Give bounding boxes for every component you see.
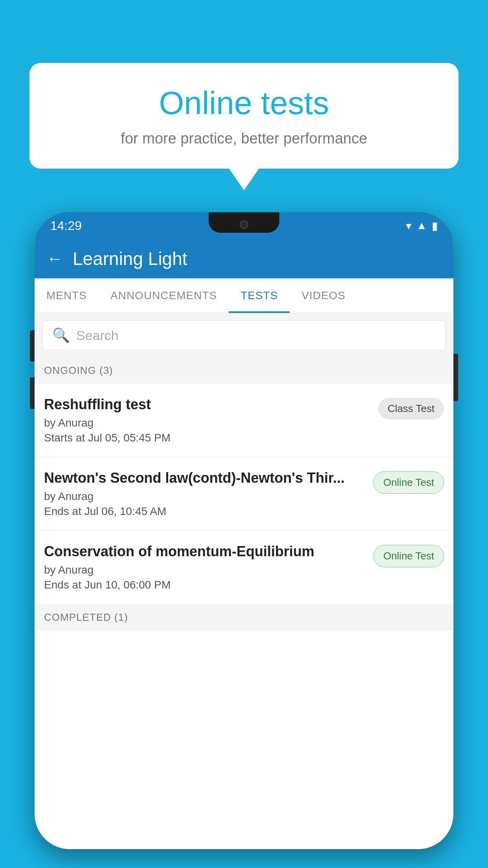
test-author-1: by Anurag (44, 417, 372, 429)
test-item-2[interactable]: Newton's Second law(contd)-Newton's Thir… (35, 457, 453, 531)
search-placeholder-text: Search (76, 328, 119, 343)
search-bar[interactable]: 🔍 Search (42, 320, 446, 350)
camera (240, 220, 248, 229)
phone-frame: 14:29 ▾ ▲ ▮ ← Learning Light MENTS ANNOU… (35, 212, 453, 849)
volume-down-button (30, 377, 35, 409)
status-icons: ▾ ▲ ▮ (406, 219, 438, 232)
tabs-bar: MENTS ANNOUNCEMENTS TESTS VIDEOS (35, 278, 453, 313)
bubble-title: Online tests (53, 85, 435, 121)
tab-videos[interactable]: VIDEOS (290, 278, 357, 313)
test-info-2: Newton's Second law(contd)-Newton's Thir… (44, 470, 367, 518)
test-title-1: Reshuffling test (44, 396, 372, 413)
volume-up-button (30, 330, 35, 362)
search-icon: 🔍 (52, 327, 70, 344)
tests-list: Reshuffling test by Anurag Starts at Jul… (35, 384, 453, 849)
app-bar: ← Learning Light (35, 239, 453, 278)
battery-icon: ▮ (432, 219, 438, 232)
test-title-3: Conservation of momentum-Equilibrium (44, 543, 367, 560)
test-info-3: Conservation of momentum-Equilibrium by … (44, 543, 367, 591)
ongoing-header: ONGOING (3) (35, 357, 453, 384)
bubble-subtitle: for more practice, better performance (53, 130, 435, 147)
test-item-3[interactable]: Conservation of momentum-Equilibrium by … (35, 531, 453, 604)
back-button[interactable]: ← (46, 249, 63, 268)
tab-ments[interactable]: MENTS (35, 278, 99, 313)
completed-header: COMPLETED (1) (35, 604, 453, 631)
notch (209, 212, 279, 233)
app-content: ← Learning Light MENTS ANNOUNCEMENTS TES… (35, 239, 453, 849)
app-bar-title: Learning Light (73, 248, 187, 269)
test-info-1: Reshuffling test by Anurag Starts at Jul… (44, 396, 372, 444)
test-date-3: Ends at Jun 10, 06:00 PM (44, 579, 367, 591)
phone-container: 14:29 ▾ ▲ ▮ ← Learning Light MENTS ANNOU… (35, 212, 453, 868)
test-date-1: Starts at Jul 05, 05:45 PM (44, 432, 372, 444)
wifi-icon: ▾ (406, 219, 411, 232)
signal-icon: ▲ (416, 219, 427, 232)
test-author-3: by Anurag (44, 564, 367, 576)
speech-bubble: Online tests for more practice, better p… (29, 63, 459, 169)
test-item-1[interactable]: Reshuffling test by Anurag Starts at Jul… (35, 384, 453, 457)
status-time: 14:29 (50, 219, 82, 233)
test-badge-3: Online Test (373, 545, 444, 567)
test-date-2: Ends at Jul 06, 10:45 AM (44, 505, 367, 518)
test-title-2: Newton's Second law(contd)-Newton's Thir… (44, 470, 367, 486)
search-container: 🔍 Search (35, 313, 453, 357)
tab-tests[interactable]: TESTS (229, 278, 290, 313)
test-badge-2: Online Test (373, 471, 444, 494)
test-author-2: by Anurag (44, 490, 367, 503)
tab-announcements[interactable]: ANNOUNCEMENTS (99, 278, 229, 313)
power-button (453, 354, 458, 401)
test-badge-1: Class Test (378, 398, 444, 419)
status-bar: 14:29 ▾ ▲ ▮ (35, 212, 453, 239)
